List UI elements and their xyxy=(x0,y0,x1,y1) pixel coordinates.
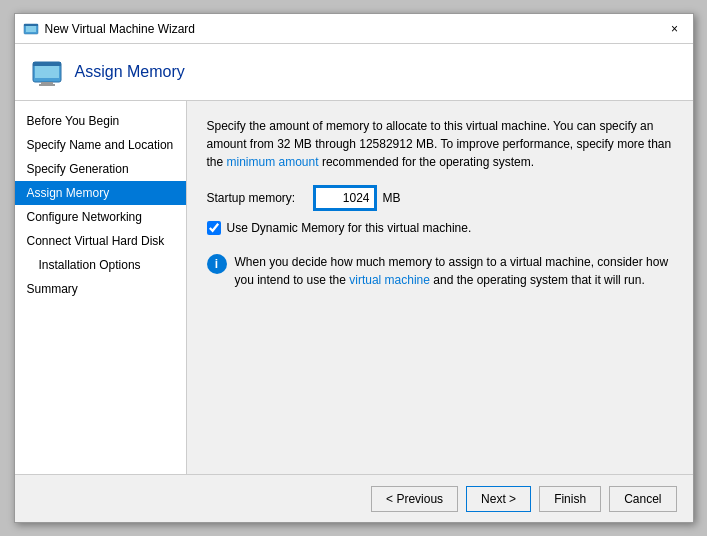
description-text: Specify the amount of memory to allocate… xyxy=(207,117,673,171)
sidebar-item-installation-options[interactable]: Installation Options xyxy=(15,253,186,277)
sidebar-item-specify-generation[interactable]: Specify Generation xyxy=(15,157,186,181)
sidebar-item-before-you-begin[interactable]: Before You Begin xyxy=(15,109,186,133)
sidebar-item-connect-virtual-hard[interactable]: Connect Virtual Hard Disk xyxy=(15,229,186,253)
svg-rect-4 xyxy=(35,64,59,78)
info-box: i When you decide how much memory to ass… xyxy=(207,249,673,293)
sidebar-item-assign-memory[interactable]: Assign Memory xyxy=(15,181,186,205)
svg-rect-5 xyxy=(33,62,61,66)
sidebar-item-specify-name-location[interactable]: Specify Name and Location xyxy=(15,133,186,157)
dynamic-memory-row: Use Dynamic Memory for this virtual mach… xyxy=(207,221,673,235)
svg-rect-7 xyxy=(39,84,55,86)
svg-rect-1 xyxy=(26,26,36,32)
minimum-amount-link[interactable]: minimum amount xyxy=(227,155,319,169)
mb-label: MB xyxy=(383,191,401,205)
finish-button[interactable]: Finish xyxy=(539,486,601,512)
close-button[interactable]: × xyxy=(665,19,685,39)
startup-memory-label: Startup memory: xyxy=(207,191,307,205)
header-icon xyxy=(31,56,63,88)
sidebar: Before You Begin Specify Name and Locati… xyxy=(15,101,187,474)
svg-rect-6 xyxy=(41,82,53,84)
dynamic-memory-label[interactable]: Use Dynamic Memory for this virtual mach… xyxy=(227,221,472,235)
sidebar-item-summary[interactable]: Summary xyxy=(15,277,186,301)
footer: < Previous Next > Finish Cancel xyxy=(15,474,693,522)
page-title: Assign Memory xyxy=(75,63,185,81)
content-area: Before You Begin Specify Name and Locati… xyxy=(15,101,693,474)
title-bar-left: New Virtual Machine Wizard xyxy=(23,21,196,37)
cancel-button[interactable]: Cancel xyxy=(609,486,676,512)
startup-memory-row: Startup memory: MB xyxy=(207,187,673,209)
window-icon xyxy=(23,21,39,37)
window-title: New Virtual Machine Wizard xyxy=(45,22,196,36)
main-content: Specify the amount of memory to allocate… xyxy=(187,101,693,474)
dynamic-memory-checkbox[interactable] xyxy=(207,221,221,235)
svg-rect-2 xyxy=(24,24,38,26)
title-bar: New Virtual Machine Wizard × xyxy=(15,14,693,44)
virtual-machine-link: virtual machine xyxy=(349,273,430,287)
previous-button[interactable]: < Previous xyxy=(371,486,458,512)
startup-memory-input[interactable] xyxy=(315,187,375,209)
next-button[interactable]: Next > xyxy=(466,486,531,512)
wizard-window: New Virtual Machine Wizard × Assign Memo… xyxy=(14,13,694,523)
sidebar-item-configure-networking[interactable]: Configure Networking xyxy=(15,205,186,229)
header-area: Assign Memory xyxy=(15,44,693,101)
info-icon: i xyxy=(207,254,227,274)
info-text: When you decide how much memory to assig… xyxy=(235,253,673,289)
